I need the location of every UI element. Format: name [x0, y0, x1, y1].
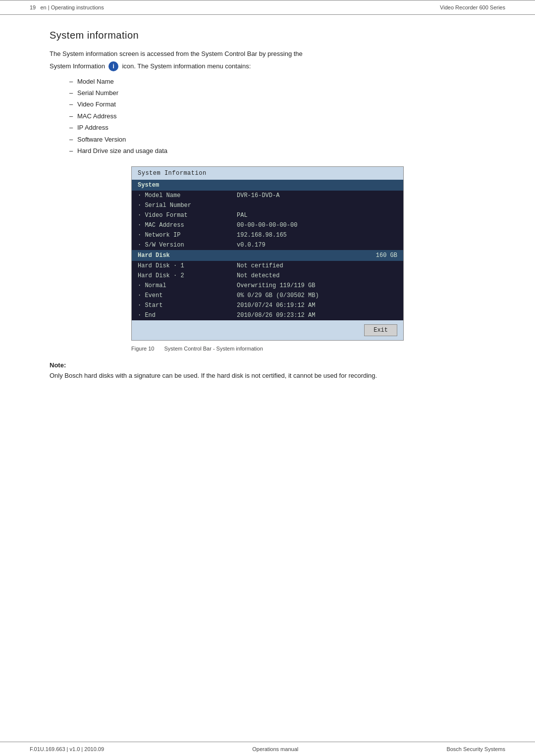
- footer-center: Operations manual: [252, 746, 298, 752]
- disk-row-1: Hard Disk · 1 Not certified: [132, 261, 403, 271]
- row-value: v0.0.179: [237, 242, 266, 249]
- row-label: · End: [138, 312, 237, 319]
- row-label: · Serial Number: [138, 202, 237, 209]
- sys-row-network-ip: · Network IP 192.168.98.165: [132, 230, 403, 240]
- row-label: · Model Name: [138, 192, 237, 199]
- header-bar: 19 en | Operating instructions Video Rec…: [0, 0, 535, 15]
- row-value: 00-00-00-00-00-00: [237, 222, 297, 229]
- disk-row-start: · Start 2010/07/24 06:19:12 AM: [132, 301, 403, 310]
- intro-text-1: The System information screen is accesse…: [50, 50, 303, 57]
- disk-row-event: · Event 0% 0/29 GB (0/30502 MB): [132, 291, 403, 301]
- sys-row-serial: · Serial Number: [132, 201, 403, 210]
- sys-info-title: System Information: [132, 167, 403, 180]
- row-label: Hard Disk · 1: [138, 262, 237, 269]
- row-value: PAL: [237, 212, 248, 219]
- footer-right: Bosch Security Systems: [446, 746, 505, 752]
- intro-paragraph: The System information screen is accesse…: [50, 49, 485, 59]
- list-item: Serial Number: [69, 87, 485, 99]
- sys-row-video-format: · Video Format PAL: [132, 210, 403, 220]
- row-value: 2010/07/24 06:19:12 AM: [237, 302, 315, 309]
- row-label: · Start: [138, 302, 237, 309]
- disk-row-2: Hard Disk · 2 Not detected: [132, 271, 403, 281]
- row-label: · Network IP: [138, 232, 237, 239]
- exit-row: Exit: [132, 320, 403, 340]
- info-icon: i: [108, 61, 118, 71]
- disk-row-normal: · Normal Overwriting 119/119 GB: [132, 281, 403, 291]
- row-value: Overwriting 119/119 GB: [237, 282, 315, 289]
- sys-row-mac: · MAC Address 00-00-00-00-00-00: [132, 220, 403, 230]
- list-item: Video Format: [69, 99, 485, 110]
- footer-bar: F.01U.169.663 | v1.0 | 2010.09 Operation…: [0, 742, 535, 756]
- row-label: · Video Format: [138, 212, 237, 219]
- row-label: · Normal: [138, 282, 237, 289]
- note-text: Only Bosch hard disks with a signature c…: [50, 371, 485, 381]
- row-value: Not detected: [237, 272, 279, 279]
- intro-text-3: icon. The System information menu contai…: [122, 62, 251, 70]
- row-label: · Event: [138, 292, 237, 299]
- intro-paragraph-2: System Information i icon. The System in…: [50, 61, 485, 72]
- header-product: Video Recorder 600 Series: [440, 4, 505, 10]
- row-label: · MAC Address: [138, 222, 237, 229]
- row-label: Hard Disk · 2: [138, 272, 237, 279]
- feature-list: Model Name Serial Number Video Format MA…: [69, 76, 485, 157]
- intro-text-2: System Information: [50, 62, 105, 70]
- row-value: 2010/08/26 09:23:12 AM: [237, 312, 315, 319]
- note-section: Note: Only Bosch hard disks with a signa…: [50, 361, 485, 381]
- note-title: Note:: [50, 361, 485, 369]
- section-title: System information: [50, 30, 485, 41]
- sys-row-sw-version: · S/W Version v0.0.179: [132, 240, 403, 250]
- row-label: · S/W Version: [138, 242, 237, 249]
- disk-row-end: · End 2010/08/26 09:23:12 AM: [132, 310, 403, 320]
- footer-doc-number: F.01U.169.663 | v1.0 | 2010.09: [30, 746, 104, 752]
- row-value: 192.168.98.165: [237, 232, 287, 239]
- page-number: 19: [30, 4, 36, 10]
- sys-info-body: System · Model Name DVR-16-DVD-A · Seria…: [132, 180, 403, 320]
- list-item: MAC Address: [69, 110, 485, 122]
- list-item: Hard Drive size and usage data: [69, 145, 485, 156]
- hard-disk-section-header: Hard Disk 160 GB: [132, 250, 403, 261]
- figure-number: Figure 10: [131, 346, 154, 352]
- header-section: Operating instructions: [51, 4, 104, 10]
- caption-text: System Control Bar - System information: [164, 346, 263, 352]
- row-value: 0% 0/29 GB (0/30502 MB): [237, 292, 319, 299]
- system-section-header: System: [132, 180, 403, 191]
- header-left: 19 en | Operating instructions: [30, 4, 104, 10]
- row-value: Not certified: [237, 262, 283, 269]
- exit-button[interactable]: Exit: [364, 324, 397, 336]
- list-item: Software Version: [69, 134, 485, 145]
- hard-disk-label: Hard Disk: [138, 252, 170, 259]
- system-info-box: System Information System · Model Name D…: [131, 166, 404, 341]
- figure-caption: Figure 10 System Control Bar - System in…: [131, 346, 404, 352]
- row-value: DVR-16-DVD-A: [237, 192, 279, 199]
- sys-row-model: · Model Name DVR-16-DVD-A: [132, 191, 403, 201]
- header-language: en: [40, 4, 46, 10]
- list-item: Model Name: [69, 76, 485, 87]
- main-content: System information The System informatio…: [0, 15, 535, 411]
- list-item: IP Address: [69, 122, 485, 133]
- hard-disk-total: 160 GB: [376, 252, 397, 259]
